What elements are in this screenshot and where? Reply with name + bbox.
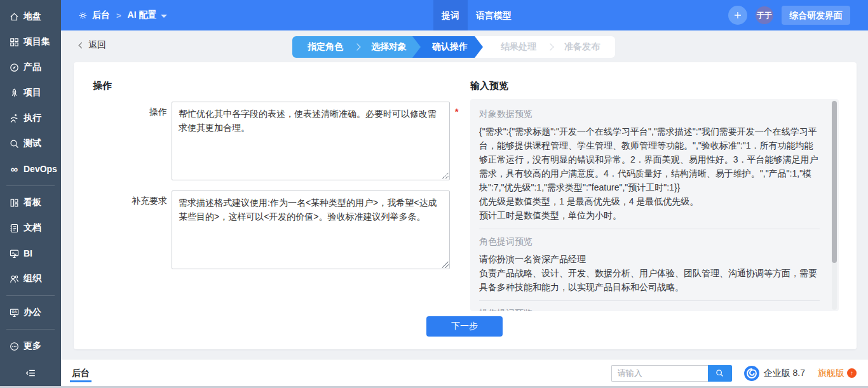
step-confirm-action[interactable]: 确认操作 <box>432 41 468 53</box>
step-select-object[interactable]: 选择对象 <box>371 41 407 53</box>
sidebar: 地盘 项目集 产品 项目 执行 测试 ∞ <box>0 0 61 388</box>
action-textarea[interactable]: 帮忙优化其中各字段的表述，使表述清晰准确。必要时可以修改需求使其更加合理。 <box>172 102 450 180</box>
sidebar-item-label: 办公 <box>24 307 41 318</box>
collapse-menu-icon <box>25 367 37 382</box>
more-icon <box>9 341 20 352</box>
breadcrumb-admin[interactable]: 后台 <box>92 10 110 21</box>
sidebar-item-execution[interactable]: 执行 <box>0 105 61 131</box>
search-input[interactable] <box>611 365 708 382</box>
gear-icon <box>78 10 88 21</box>
sidebar-item-label: BI <box>24 248 32 258</box>
tab-prompt[interactable]: 提词 <box>433 0 468 30</box>
required-asterisk: * <box>455 107 458 117</box>
breadcrumb-ai-config-dropdown[interactable]: AI 配置 <box>128 10 168 21</box>
sidebar-item-project-set[interactable]: 项目集 <box>0 29 61 55</box>
sidebar-item-label: 组织 <box>24 273 41 284</box>
sidebar-item-test[interactable]: 测试 <box>0 131 61 156</box>
breadcrumb: 后台 > AI 配置 <box>78 0 167 30</box>
sidebar-item-label: 项目 <box>24 87 41 98</box>
sidebar-divider <box>6 185 55 186</box>
action-field-label: 操作 <box>93 107 167 118</box>
tab-language-model[interactable]: 语言模型 <box>468 0 520 30</box>
sidebar-item-bi[interactable]: BI <box>0 241 61 266</box>
app-window: 地盘 项目集 产品 项目 执行 测试 ∞ <box>0 0 868 388</box>
priority-note: 优先级是数值类型，1 是最高优先级，4 是最低优先级。 <box>479 194 820 208</box>
sidebar-item-label: 更多 <box>24 340 41 352</box>
kanban-icon <box>9 197 20 208</box>
preview-divider <box>479 300 820 301</box>
doc-icon <box>9 223 20 234</box>
sidebar-item-project[interactable]: 项目 <box>0 80 61 105</box>
breadcrumb-separator: > <box>116 11 121 20</box>
topbar: 后台 > AI 配置 提词 语言模型 于于 综合研发界面 <box>61 0 868 30</box>
sidebar-item-label: 看板 <box>24 197 41 208</box>
footer-right-group: 企业版 8.7 旗舰版 ↑ <box>611 365 857 382</box>
object-data-preview-heading: 对象数据预览 <box>479 108 820 119</box>
edition-label: 企业版 8.7 <box>764 368 805 379</box>
topbar-actions: 于于 综合研发界面 <box>728 0 850 30</box>
role-prompt-preview-heading: 角色提词预览 <box>479 236 820 247</box>
sidebar-item-dashboard[interactable]: 地盘 <box>0 4 61 29</box>
sidebar-item-kanban[interactable]: 看板 <box>0 190 61 215</box>
scrollbar-thumb[interactable] <box>832 101 837 263</box>
sidebar-collapse-button[interactable] <box>0 367 61 382</box>
preview-section-title: 输入预览 <box>470 80 508 92</box>
sidebar-item-label: 项目集 <box>24 36 50 48</box>
estimate-note: 预计工时是数值类型，单位为小时。 <box>479 208 820 222</box>
plus-icon <box>733 10 743 20</box>
object-data-json: {"需求":{"需求标题":"开发一个在线学习平台","需求描述":"我们需要开… <box>479 124 820 194</box>
office-icon: OA <box>9 307 20 318</box>
workspace-switch-button[interactable]: 综合研发界面 <box>782 6 850 25</box>
sidebar-item-label: DevOps <box>24 164 57 174</box>
sidebar-item-label: 地盘 <box>24 11 41 22</box>
sidebar-item-devops[interactable]: ∞ DevOps <box>0 156 61 182</box>
sidebar-item-product[interactable]: 产品 <box>0 55 61 80</box>
next-step-button[interactable]: 下一步 <box>426 316 503 337</box>
footer-tab-admin[interactable]: 后台 <box>70 365 92 382</box>
sidebar-divider <box>6 295 55 296</box>
sidebar-item-doc[interactable]: 文档 <box>0 215 61 241</box>
extra-field-label: 补充要求 <box>93 196 167 207</box>
sidebar-item-label: 产品 <box>24 62 41 73</box>
back-button[interactable]: 返回 <box>79 39 106 51</box>
sidebar-item-label: 文档 <box>24 222 41 234</box>
sidebar-divider <box>6 329 55 330</box>
avatar[interactable]: 于于 <box>756 6 773 24</box>
preview-divider <box>479 229 820 229</box>
test-icon <box>9 138 20 149</box>
step-wizard: 指定角色 选择对象 确认操作 结果处理 准备发布 <box>292 36 615 58</box>
chevron-right-icon <box>546 43 553 50</box>
svg-text:OA: OA <box>12 310 17 314</box>
execution-icon <box>9 113 20 124</box>
search-icon <box>715 368 724 378</box>
sidebar-item-org[interactable]: 组织 <box>0 266 61 291</box>
chevron-left-icon <box>79 42 85 48</box>
sidebar-item-more[interactable]: 更多 <box>0 333 61 359</box>
project-icon <box>9 88 20 98</box>
input-preview-panel: 对象数据预览 {"需求":{"需求标题":"开发一个在线学习平台","需求描述"… <box>470 99 839 311</box>
upgrade-link[interactable]: 旗舰版 ↑ <box>818 368 857 379</box>
wizard-done-segment: 指定角色 选择对象 <box>292 36 421 58</box>
action-prompt-preview-heading: 操作提词预览 <box>479 307 820 311</box>
step-ready-publish[interactable]: 准备发布 <box>564 41 600 53</box>
product-icon <box>9 62 20 73</box>
bi-icon <box>9 248 20 259</box>
wizard-current-segment: 确认操作 <box>410 36 483 58</box>
chevron-down-icon <box>161 15 167 18</box>
sidebar-item-label: 执行 <box>24 112 41 124</box>
role-prompt-description: 负责产品战略、设计、开发、数据分析、用户体验、团队管理、沟通协调等方面，需要具备… <box>479 266 820 294</box>
sidebar-item-office[interactable]: OA 办公 <box>0 300 61 325</box>
org-icon <box>9 274 20 284</box>
step-result-handling[interactable]: 结果处理 <box>501 41 536 53</box>
add-button[interactable] <box>728 6 747 25</box>
step-assign-role[interactable]: 指定角色 <box>308 41 343 53</box>
zentao-logo-icon[interactable] <box>743 365 760 382</box>
sidebar-item-label: 测试 <box>24 138 41 149</box>
search-button[interactable] <box>708 365 732 382</box>
role-prompt-line: 请你扮演一名资深产品经理 <box>479 252 820 266</box>
extra-requirements-textarea[interactable]: 需求描述格式建议使用:作为一名<某种类型的用户>，我希望<达成某些目的>，这样可… <box>172 191 450 269</box>
wizard-todo-segment: 结果处理 准备发布 <box>483 36 615 58</box>
project-set-icon <box>9 37 20 48</box>
home-icon <box>9 11 20 22</box>
main-card: 操作 操作 帮忙优化其中各字段的表述，使表述清晰准确。必要时可以修改需求使其更加… <box>74 62 857 349</box>
